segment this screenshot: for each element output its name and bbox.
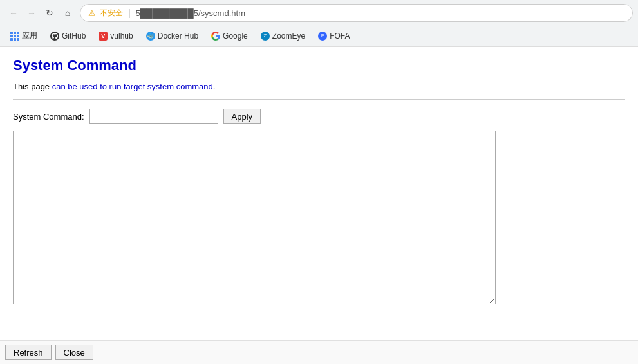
- bookmark-zoomeye[interactable]: Z ZoomEye: [256, 30, 310, 42]
- reload-button[interactable]: ↻: [41, 5, 58, 21]
- bookmark-apps[interactable]: 应用: [5, 28, 42, 43]
- docker-icon: 🐳: [146, 32, 155, 41]
- bookmark-google-label: Google: [223, 32, 248, 41]
- google-icon: [211, 32, 220, 41]
- url-suffix: 5/syscmd.htm: [194, 8, 245, 18]
- bookmark-github[interactable]: GitHub: [45, 30, 91, 42]
- zoomeye-icon: Z: [261, 32, 270, 41]
- apply-button[interactable]: Apply: [223, 109, 261, 124]
- url-domain: █████████: [140, 8, 194, 18]
- url-text: 5█████████5/syscmd.htm: [136, 8, 245, 18]
- not-secure-text: 不安全: [100, 8, 123, 19]
- forward-button[interactable]: →: [23, 5, 40, 21]
- bookmark-dockerhub-label: Docker Hub: [158, 32, 198, 41]
- bookmarks-bar: 应用 GitHub V vulhub 🐳 Docker Hub Google: [0, 26, 638, 46]
- back-button[interactable]: ←: [5, 5, 22, 21]
- bottom-bar: Refresh Close: [0, 340, 638, 364]
- vulhub-icon: V: [99, 32, 108, 41]
- warning-icon: ⚠: [88, 8, 96, 18]
- output-textarea[interactable]: [13, 131, 496, 304]
- url-prefix: 5: [136, 8, 140, 18]
- separator: |: [128, 8, 131, 18]
- bookmark-zoomeye-label: ZoomEye: [272, 32, 305, 41]
- bookmark-apps-label: 应用: [22, 30, 37, 41]
- grid-icon: [10, 32, 19, 41]
- home-button[interactable]: ⌂: [59, 5, 76, 21]
- command-label: System Command:: [13, 112, 84, 122]
- bookmark-vulhub-label: vulhub: [110, 32, 133, 41]
- description-link-2[interactable]: command: [176, 82, 213, 91]
- address-bar[interactable]: ⚠ 不安全 | 5█████████5/syscmd.htm: [80, 4, 633, 22]
- section-divider: [13, 99, 625, 100]
- bookmark-fofa[interactable]: F FOFA: [313, 30, 355, 42]
- fofa-icon: F: [318, 32, 327, 41]
- nav-buttons: ← → ↻ ⌂: [5, 5, 76, 21]
- github-icon: [50, 32, 59, 41]
- description-link-1[interactable]: can be used to run target system: [52, 82, 174, 91]
- command-row: System Command: Apply: [13, 109, 625, 124]
- close-button[interactable]: Close: [55, 345, 93, 360]
- bookmark-vulhub[interactable]: V vulhub: [93, 30, 138, 42]
- bookmark-github-label: GitHub: [62, 32, 86, 41]
- bookmark-dockerhub[interactable]: 🐳 Docker Hub: [141, 30, 203, 42]
- page-description: This page can be used to run target syst…: [13, 82, 625, 91]
- browser-toolbar: ← → ↻ ⌂ ⚠ 不安全 | 5█████████5/syscmd.htm: [0, 0, 638, 26]
- page-content: System Command This page can be used to …: [0, 47, 638, 340]
- bookmark-google[interactable]: Google: [206, 30, 253, 42]
- browser-chrome: ← → ↻ ⌂ ⚠ 不安全 | 5█████████5/syscmd.htm: [0, 0, 638, 47]
- bookmark-fofa-label: FOFA: [330, 32, 350, 41]
- page-title: System Command: [13, 57, 625, 74]
- command-input[interactable]: [89, 109, 218, 124]
- refresh-button[interactable]: Refresh: [5, 345, 52, 360]
